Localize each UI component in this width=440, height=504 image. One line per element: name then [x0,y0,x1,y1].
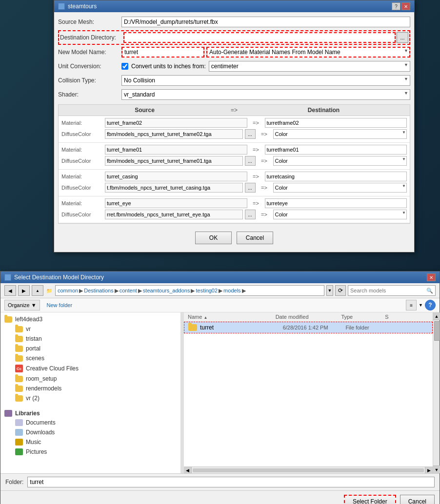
turret-folder-icon [188,324,197,331]
search-icon[interactable]: 🔍 [426,288,433,294]
collision-type-select[interactable]: No Collision [121,75,410,86]
address-dropdown-button[interactable]: ▼ [326,285,333,296]
cancel-button[interactable]: Cancel [237,232,273,244]
unit-select[interactable]: centimeter [209,61,410,72]
sidebar-item-portal[interactable]: portal [0,344,180,353]
browser-close-button[interactable]: ✕ [427,273,436,281]
scroll-up-btn[interactable]: ▲ [433,312,440,320]
folder-icon [4,316,12,323]
sidebar-item-room-setup[interactable]: room_setup [0,374,180,384]
sidebar-item-downloads[interactable]: Downloads [0,427,180,437]
sidebar-item-vr2[interactable]: vr (2) [0,393,180,403]
source-mesh-input[interactable] [121,17,410,27]
auto-gen-select-wrapper: Auto-Generate Material Names From Model … [206,47,410,58]
back-button[interactable]: ◀ [4,285,16,296]
browser-toolbar: ◀ ▶ ▲ 📁 common ▶ Destinations ▶ content … [0,283,440,298]
right-scrollbar[interactable]: ▲ ▼ [433,312,440,473]
diffuse-src-input-4[interactable] [105,210,243,219]
destination-directory-row: Destination Directory: ... [58,30,410,45]
mat-src-input-1[interactable] [105,118,247,128]
material-row-1: Material: => [61,118,407,128]
mat-src-input-3[interactable] [105,172,247,181]
scroll-vertical-thumb[interactable] [434,321,440,341]
diffuse-dest-select-2[interactable]: Color [273,156,407,166]
scroll-down-btn[interactable]: ▼ [433,465,440,473]
search-input[interactable] [350,288,426,293]
sidebar-item-pictures[interactable]: Pictures [0,447,180,457]
view-toggle-button[interactable]: ≡ [406,300,417,310]
close-button[interactable]: ✕ [401,2,410,10]
scroll-right-btn[interactable]: ▶ [425,467,433,474]
auto-gen-select[interactable]: Auto-Generate Material Names From Model … [206,47,410,58]
scroll-left-btn[interactable]: ◀ [184,467,192,474]
turret-type: File folder [345,325,385,330]
breadcrumb-models[interactable]: models [223,288,240,293]
scroll-thumb[interactable] [193,468,424,472]
mat-dest-input-1[interactable] [265,118,407,128]
breadcrumb-steamtours[interactable]: steamtours_addons [143,288,190,293]
model-name-input[interactable] [121,47,204,58]
mat-src-input-4[interactable] [105,198,247,208]
folder-bar: Folder: [0,473,440,490]
main-dialog-title: steamtours [68,3,97,10]
breadcrumb-common[interactable]: common [58,288,78,293]
main-dialog: steamtours ? ✕ Source Mesh: Destination … [54,0,415,252]
diffuse-src-input-2[interactable] [105,156,243,166]
diffuse-browse-3[interactable]: ... [245,183,256,193]
sidebar-item-left4dead3[interactable]: left4dead3 [0,314,180,324]
diffuse-browse-4[interactable]: ... [245,210,256,219]
shader-select[interactable]: vr_standard [121,89,410,100]
diffuse-dest-select-3[interactable]: Color [273,183,407,193]
sidebar-item-label-pictures: Pictures [26,448,47,455]
help-button[interactable]: ? [392,2,400,10]
horizontal-scrollbar[interactable]: ◀ ▶ [184,466,433,473]
browser-cancel-button[interactable]: Cancel [400,495,435,504]
col-type-header: Type [341,314,385,320]
organize-button[interactable]: Organize ▼ [4,300,40,310]
folder-icon-vr2 [15,395,23,402]
sidebar-item-scenes[interactable]: scenes [0,353,180,363]
diffuse-dest-select-4[interactable]: Color [273,210,407,219]
col-size-header: S [385,314,429,320]
ok-button[interactable]: OK [195,232,232,244]
sidebar-item-documents[interactable]: Documents [0,418,180,427]
sidebar-item-label-cc: Creative Cloud Files [26,365,79,372]
diffuse-src-input-3[interactable] [105,183,243,193]
diffuse-dest-select-1[interactable]: Color [273,129,407,139]
destination-directory-input[interactable] [123,32,396,43]
sidebar-item-music[interactable]: Music [0,437,180,447]
folder-icon-scenes [15,355,23,362]
col-name-header[interactable]: Name ▲ [188,314,276,320]
mat-dest-input-2[interactable] [265,145,407,155]
sidebar-item-rendermodels[interactable]: rendermodels [0,384,180,393]
forward-button[interactable]: ▶ [18,285,30,296]
browse-button[interactable]: ... [397,32,408,43]
dialog-content: Source Mesh: Destination Directory: ... … [54,12,414,252]
diffuse-src-input-1[interactable] [105,129,243,139]
address-bar[interactable]: common ▶ Destinations ▶ content ▶ steamt… [55,285,324,296]
breadcrumb-content[interactable]: content [120,288,137,293]
diffuse-label-3: DiffuseColor [61,185,103,191]
unit-conversion-checkbox[interactable] [121,63,128,70]
select-folder-button[interactable]: Select Folder [344,495,396,504]
mat-dest-input-3[interactable] [265,172,407,181]
diffuse-browse-2[interactable]: ... [245,156,256,166]
sidebar-item-tristan[interactable]: tristan [0,334,180,344]
file-item-turret[interactable]: turret 6/28/2016 1:42 PM File folder [184,322,433,333]
folder-input[interactable] [27,477,435,487]
sidebar-item-vr[interactable]: vr [0,324,180,334]
new-folder-button[interactable]: New folder [44,300,76,310]
diffuse-label-4: DiffuseColor [61,212,103,217]
breadcrumb-testing[interactable]: testing02 [196,288,218,293]
arrow-header: => [227,107,241,114]
refresh-button[interactable]: ⟳ [335,285,346,296]
unit-conversion-controls: Convert units to inches from: centimeter [121,61,410,72]
sidebar-item-creative-cloud[interactable]: Cc Creative Cloud Files [0,363,180,374]
help-button-browser[interactable]: ? [425,300,436,310]
diffuse-browse-1[interactable]: ... [245,129,256,139]
mat-dest-input-4[interactable] [265,198,407,208]
up-button[interactable]: ▲ [32,285,43,296]
cc-icon: Cc [15,365,23,372]
breadcrumb-destinations[interactable]: Destinations [84,288,114,293]
mat-src-input-2[interactable] [105,145,247,155]
